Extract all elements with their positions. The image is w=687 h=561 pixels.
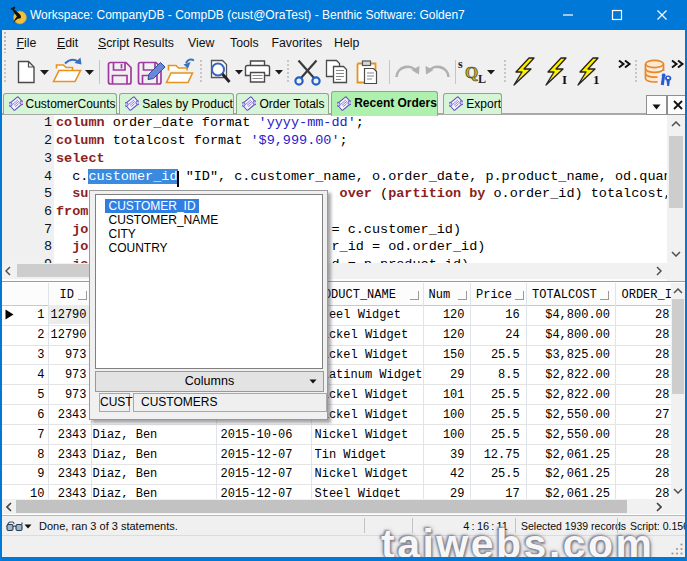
svg-text:1: 1 [593,72,600,87]
svg-text:s: s [458,57,463,71]
svg-text:I: I [562,72,567,87]
svg-text:Q: Q [465,63,478,82]
svg-text:L: L [478,72,486,86]
